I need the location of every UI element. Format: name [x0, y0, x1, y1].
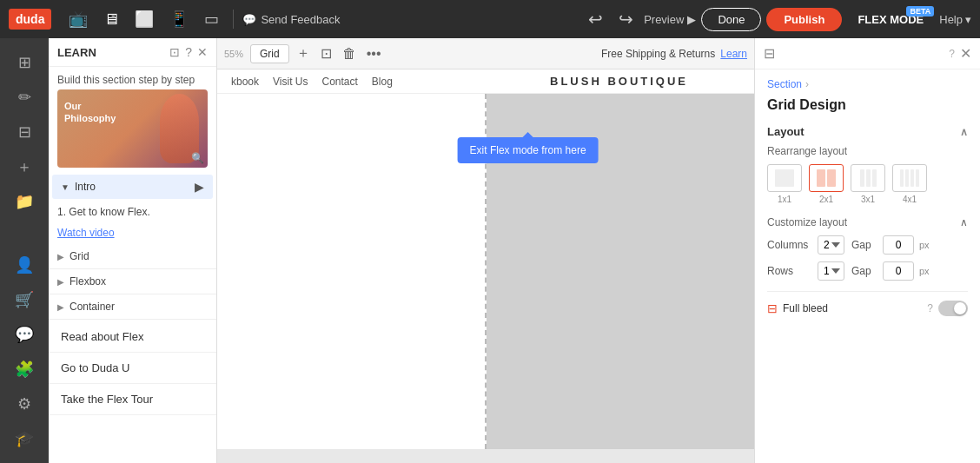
copy-icon[interactable]: ⊡ — [317, 43, 335, 63]
desktop-tv-icon[interactable]: 📺 — [63, 6, 93, 32]
canvas-area: 55% Grid ＋ ⊡ 🗑 ••• Free Shipping & Retur… — [217, 38, 754, 463]
panel-title: Grid Design — [767, 97, 968, 113]
learn-step1: 1. Get to know Flex. — [49, 201, 216, 223]
sidebar-icon-puzzle[interactable]: 🧩 — [9, 354, 40, 385]
layout-label-3x1: 3x1 — [861, 195, 875, 204]
sidebar-icon-plus[interactable]: ＋ — [9, 151, 40, 182]
layout-box-4x1 — [892, 164, 927, 192]
right-panel-header: ⊟ ? ✕ — [755, 38, 980, 69]
preview-button[interactable]: Preview ▶ — [644, 13, 696, 26]
section-number: 55% — [224, 49, 243, 59]
full-bleed-label: Full bleed — [783, 302, 927, 314]
sidebar-icon-pencil[interactable]: ✏ — [9, 82, 40, 113]
flexbox-arrow-icon: ▶ — [57, 277, 64, 287]
columns-select[interactable]: 2 — [818, 235, 844, 255]
trash-icon[interactable]: 🗑 — [339, 44, 360, 63]
learn-subsection-flexbox[interactable]: ▶ Flexbox — [49, 271, 216, 292]
layout-option-4x1[interactable]: 4x1 — [892, 164, 927, 204]
mobile-icon[interactable]: 📱 — [164, 6, 194, 32]
publish-button[interactable]: Publish — [766, 8, 842, 31]
sidebar-icon-chat[interactable]: 💬 — [9, 319, 40, 350]
sidebar-icon-cart[interactable]: 🛒 — [9, 284, 40, 315]
go-to-duda-item[interactable]: Go to Duda U — [49, 353, 216, 384]
rows-gap-input[interactable] — [883, 261, 914, 281]
sidebar-icon-graduation[interactable]: 🎓 — [9, 423, 40, 454]
done-button[interactable]: Done — [701, 8, 761, 31]
redo-button[interactable]: ↪ — [613, 9, 639, 30]
nav-item-visit[interactable]: Visit Us — [273, 76, 308, 88]
customize-collapse-icon[interactable]: ∧ — [960, 216, 968, 228]
customize-label: Customize layout ∧ — [767, 216, 968, 228]
more-icon[interactable]: ••• — [363, 44, 385, 63]
take-flex-tour-item[interactable]: Take the Flex Tour — [49, 384, 216, 415]
layout-options: 1x1 2x1 — [767, 164, 968, 204]
learn-section-intro[interactable]: ▼ Intro ▶ — [52, 175, 213, 199]
layout-col — [775, 169, 794, 187]
grid-badge[interactable]: Grid — [250, 44, 289, 63]
chevron-down-icon: ▾ — [965, 13, 971, 26]
zoom-icon: 🔍 — [191, 152, 204, 164]
layout-option-3x1[interactable]: 3x1 — [851, 164, 885, 204]
layout-col-g — [905, 169, 909, 187]
learn-header: LEARN ⊡ ? ✕ — [49, 38, 216, 67]
layout-label-2x1: 2x1 — [819, 195, 833, 204]
sidebar-icon-gear[interactable]: ⚙ — [9, 388, 40, 420]
full-bleed-toggle[interactable] — [938, 301, 968, 316]
rows-config-row: Rows 1 Gap px — [767, 261, 968, 281]
columns-gap-unit: px — [919, 240, 930, 250]
rearrange-label: Rearrange layout — [767, 145, 968, 157]
gap-label-cols: Gap — [851, 239, 877, 251]
question-icon[interactable]: ? — [185, 45, 192, 59]
learn-divider-1 — [49, 268, 216, 269]
tablet-icon[interactable]: ⬜ — [129, 6, 159, 32]
learn-subsection-grid[interactable]: ▶ Grid — [49, 246, 216, 267]
add-icon[interactable]: ＋ — [293, 43, 314, 64]
learn-divider-2 — [49, 294, 216, 294]
rows-label: Rows — [767, 265, 811, 277]
watch-video-link[interactable]: Watch video — [49, 223, 216, 246]
layout-col-c — [860, 169, 864, 187]
columns-gap-input[interactable] — [883, 235, 914, 255]
layout-collapse-icon[interactable]: ∧ — [960, 126, 968, 138]
exit-flex-tooltip[interactable]: Exit Flex mode from here — [458, 137, 599, 163]
flex-mode-button[interactable]: BETA FLEX MODE — [847, 13, 934, 26]
sidebar-icon-person[interactable]: 👤 — [9, 249, 40, 281]
shipping-link[interactable]: Learn — [720, 48, 747, 60]
nav-item-blog[interactable]: Blog — [372, 76, 393, 88]
beta-badge: BETA — [906, 6, 934, 17]
help-button[interactable]: Help ▾ — [939, 13, 971, 26]
columns-label: Columns — [767, 239, 811, 251]
sidebar-icon-layers[interactable]: ⊞ — [9, 47, 40, 78]
learn-image-text: Our Philosophy — [64, 100, 116, 125]
breadcrumb-section: Section — [767, 78, 802, 90]
layout-option-1x1[interactable]: 1x1 — [767, 164, 802, 204]
layout-option-2x1[interactable]: 2x1 — [809, 164, 844, 204]
panel-close-icon[interactable]: ✕ — [960, 45, 971, 62]
right-panel-content: Section › Grid Design Layout ∧ Rearrange… — [755, 69, 980, 463]
sidebar-icon-folder[interactable]: 📁 — [9, 186, 40, 217]
nav-item-contact[interactable]: Contact — [321, 76, 357, 88]
layout-col-f — [900, 169, 904, 187]
play-circle-icon[interactable]: ▶ — [195, 180, 204, 194]
layout-section-label: Layout ∧ — [767, 125, 968, 138]
tv-wide-icon[interactable]: ▭ — [199, 6, 224, 32]
rows-gap-unit: px — [919, 266, 930, 276]
full-bleed-help-icon[interactable]: ? — [927, 302, 933, 314]
expand-icon[interactable]: ⊡ — [169, 45, 180, 59]
close-icon[interactable]: ✕ — [197, 45, 208, 59]
breadcrumb[interactable]: Section › — [767, 78, 968, 90]
undo-button[interactable]: ↩ — [583, 9, 608, 30]
learn-subsection-container[interactable]: ▶ Container — [49, 296, 216, 317]
rows-select[interactable]: 1 — [818, 261, 844, 281]
sidebar-icon-grid[interactable]: ⊟ — [9, 116, 40, 148]
panel-columns-icon[interactable]: ⊟ — [764, 45, 775, 62]
read-about-flex-item[interactable]: Read about Flex — [49, 321, 216, 353]
question-help-icon[interactable]: ? — [949, 48, 955, 60]
breadcrumb-separator: › — [805, 78, 809, 90]
desktop-icon[interactable]: 🖥 — [98, 7, 124, 32]
columns-gap-row: Gap px — [851, 235, 930, 255]
canvas-nav: kbook Visit Us Contact Blog BLUSH BOUTIQ… — [217, 69, 754, 94]
canvas-toolbar: 55% Grid ＋ ⊡ 🗑 ••• Free Shipping & Retur… — [217, 38, 754, 69]
nav-item-kbook[interactable]: kbook — [231, 76, 259, 88]
send-feedback-button[interactable]: 💬 Send Feedback — [242, 13, 340, 26]
